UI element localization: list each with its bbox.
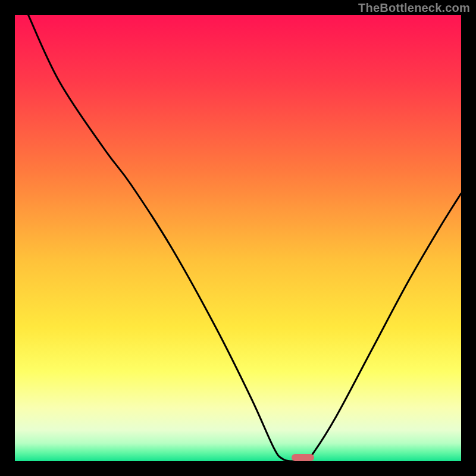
optimal-marker [292,454,314,461]
plot-area [15,15,461,461]
chart-frame: TheBottleneck.com [0,0,476,476]
watermark-text: TheBottleneck.com [358,1,470,15]
bottleneck-curve [15,15,461,461]
